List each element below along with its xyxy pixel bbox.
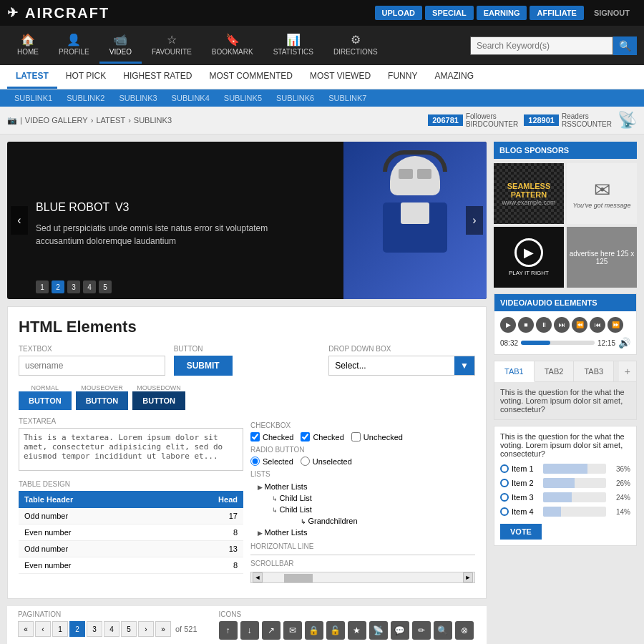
subnav-amazing[interactable]: AMAZING xyxy=(426,65,482,89)
search-input[interactable] xyxy=(470,36,613,55)
icon-up[interactable]: ↑ xyxy=(219,621,238,640)
checkbox-3[interactable] xyxy=(351,432,361,441)
slider-dot-4[interactable]: 4 xyxy=(83,280,96,293)
icon-search[interactable]: 🔍 xyxy=(434,621,452,640)
icon-email[interactable]: ✉ xyxy=(283,621,302,640)
slider-dot-5[interactable]: 5 xyxy=(99,280,112,293)
mousedown-button[interactable]: BUTTON xyxy=(132,391,185,410)
checkbox-1[interactable] xyxy=(250,432,260,441)
pause-button[interactable]: ⏸ xyxy=(536,317,552,333)
textarea-input[interactable]: This is a textarea. Lorem ipsum dolor si… xyxy=(19,428,243,471)
subsubnav-4[interactable]: SUBLINK4 xyxy=(165,89,217,107)
sponsor-play-box[interactable]: ▶ PLAY IT RIGHT xyxy=(494,227,564,288)
special-button[interactable]: SPECIAL xyxy=(425,6,474,20)
textbox-input[interactable] xyxy=(19,356,165,376)
sponsor-email-box[interactable]: ✉ You've got message xyxy=(567,163,637,224)
nav-video[interactable]: 📹 VIDEO xyxy=(99,27,142,64)
sponsor-advertise-box[interactable]: advertise here 125 x 125 xyxy=(567,227,637,288)
poll-radio-4[interactable] xyxy=(500,507,509,516)
dropdown-select[interactable]: Select... xyxy=(329,356,454,375)
stop-button[interactable]: ■ xyxy=(518,317,534,333)
mouseover-button[interactable]: BUTTON xyxy=(76,391,129,410)
subsubnav-6[interactable]: SUBLINK6 xyxy=(269,89,321,107)
page-prev-btn[interactable]: ‹ xyxy=(35,621,51,637)
page-4[interactable]: 4 xyxy=(104,621,119,637)
radio-unselected[interactable]: Unselected xyxy=(301,457,352,466)
nav-directions[interactable]: ⚙ DIRECTIONS xyxy=(323,27,388,64)
page-first-btn[interactable]: « xyxy=(18,621,34,637)
normal-button[interactable]: BUTTON xyxy=(19,391,72,410)
play-button[interactable]: ▶ xyxy=(500,317,516,333)
icon-arrow-out[interactable]: ↗ xyxy=(262,621,280,640)
breadcrumb-sublink3[interactable]: SUBLINK3 xyxy=(134,116,172,125)
poll-radio-3[interactable] xyxy=(500,493,509,502)
page-last-btn[interactable]: » xyxy=(155,621,171,637)
scrollbar-left-arrow[interactable]: ◄ xyxy=(253,572,263,582)
page-1[interactable]: 1 xyxy=(52,621,68,637)
slider-dot-3[interactable]: 3 xyxy=(67,280,80,293)
checkbox-item-1[interactable]: Checked xyxy=(250,432,293,441)
nav-statistics[interactable]: 📊 STATISTICS xyxy=(263,27,323,64)
tab-1-button[interactable]: TAB1 xyxy=(494,361,535,382)
slider-dot-2[interactable]: 2 xyxy=(52,280,64,293)
slider-prev-button[interactable]: ‹ xyxy=(11,206,28,235)
icon-lock[interactable]: 🔒 xyxy=(305,621,323,640)
checkbox-item-2[interactable]: Checked xyxy=(301,432,343,441)
affiliate-button[interactable]: AFFILIATE xyxy=(530,6,583,20)
skip-back-button[interactable]: ⏮ xyxy=(590,317,605,333)
icon-down[interactable]: ↓ xyxy=(240,621,259,640)
tab-3-button[interactable]: TAB3 xyxy=(574,361,614,381)
page-next-btn[interactable]: › xyxy=(138,621,154,637)
search-button[interactable]: 🔍 xyxy=(613,36,637,55)
icon-unlock[interactable]: 🔓 xyxy=(326,621,345,640)
poll-radio-1[interactable] xyxy=(500,464,509,473)
fast-forward-button[interactable]: ⏩ xyxy=(608,317,623,333)
icon-edit[interactable]: ✏ xyxy=(412,621,431,640)
subnav-highest[interactable]: HIGHEST RATED xyxy=(114,65,200,89)
nav-favourite[interactable]: ☆ FAVOURITE xyxy=(142,27,202,64)
subsubnav-1[interactable]: SUBLINK1 xyxy=(7,89,59,107)
tab-2-button[interactable]: TAB2 xyxy=(535,361,575,381)
progress-track[interactable] xyxy=(521,341,595,345)
volume-icon[interactable]: 🔊 xyxy=(618,337,630,348)
icon-star[interactable]: ★ xyxy=(348,621,366,640)
subnav-funny[interactable]: FUNNY xyxy=(379,65,426,89)
tab-add-button[interactable]: + xyxy=(619,361,636,381)
nav-profile[interactable]: 👤 PROFILE xyxy=(49,27,99,64)
sponsor-pattern-box[interactable]: SEAMLESS PATTERN www.example.com xyxy=(494,163,564,224)
subsubnav-5[interactable]: SUBLINK5 xyxy=(217,89,269,107)
earning-button[interactable]: EARNING xyxy=(477,6,527,20)
subsubnav-2[interactable]: SUBLINK2 xyxy=(59,89,112,107)
icon-chat[interactable]: 💬 xyxy=(391,621,409,640)
nav-home[interactable]: 🏠 HOME xyxy=(7,27,49,64)
nav-bookmark[interactable]: 🔖 BOOKMARK xyxy=(202,27,263,64)
icon-rss[interactable]: 📡 xyxy=(369,621,388,640)
subnav-latest[interactable]: LATEST xyxy=(7,65,57,89)
skip-forward-button[interactable]: ⏭ xyxy=(554,317,570,333)
breadcrumb-latest[interactable]: LATEST xyxy=(96,116,125,125)
slider-dot-1[interactable]: 1 xyxy=(36,280,49,293)
vote-button[interactable]: VOTE xyxy=(500,524,542,540)
rewind-button[interactable]: ⏪ xyxy=(572,317,587,333)
submit-button[interactable]: SUBMIT xyxy=(174,356,233,376)
page-3[interactable]: 3 xyxy=(87,621,102,637)
checkbox-item-3[interactable]: Unchecked xyxy=(351,432,403,441)
page-2[interactable]: 2 xyxy=(69,621,85,637)
subnav-hotpick[interactable]: HOT PICK xyxy=(57,65,114,89)
icon-close[interactable]: ⊗ xyxy=(455,621,474,640)
breadcrumb-gallery[interactable]: VIDEO GALLERY xyxy=(25,116,88,125)
slider-next-button[interactable]: › xyxy=(466,206,483,235)
subsubnav-3[interactable]: SUBLINK3 xyxy=(112,89,164,107)
checkbox-2[interactable] xyxy=(301,432,310,441)
page-5[interactable]: 5 xyxy=(121,621,137,637)
scrollbar-right-arrow[interactable]: ► xyxy=(463,572,473,582)
scrollbar-thumb[interactable] xyxy=(284,574,313,582)
rss-icon[interactable]: 📡 xyxy=(618,111,637,130)
signout-button[interactable]: SIGNOUT xyxy=(587,6,637,20)
upload-button[interactable]: UPLOAD xyxy=(375,6,422,20)
subnav-mostcommented[interactable]: MOST COMMENTED xyxy=(200,65,301,89)
subnav-mostviewed[interactable]: MOST VIEWED xyxy=(301,65,379,89)
subsubnav-7[interactable]: SUBLINK7 xyxy=(321,89,374,107)
radio-selected[interactable]: Selected xyxy=(250,457,293,466)
poll-radio-2[interactable] xyxy=(500,479,509,487)
